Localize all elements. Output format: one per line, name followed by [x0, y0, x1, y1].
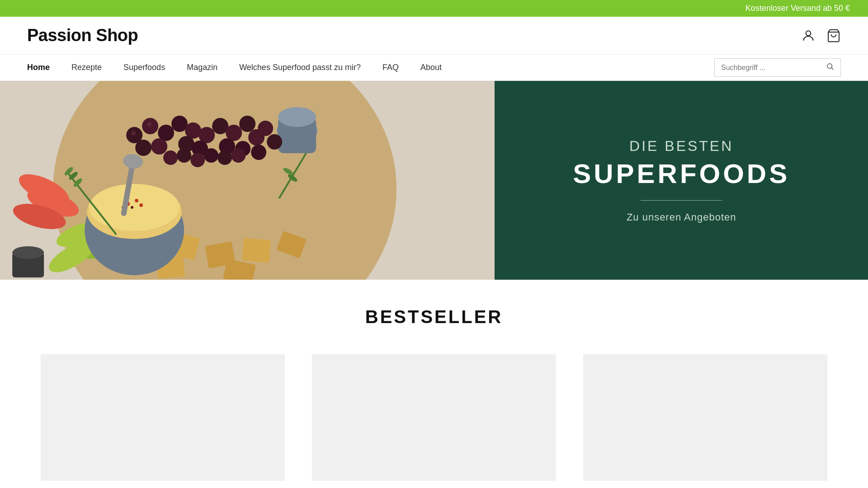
nav-item-rezepte[interactable]: Rezepte	[71, 63, 102, 72]
svg-point-0	[806, 31, 811, 36]
product-image	[583, 354, 827, 481]
nav-link-home[interactable]: Home	[27, 63, 50, 72]
product-card[interactable]: Juniperusfrucht	[583, 354, 827, 488]
header: Passion Shop	[0, 17, 868, 55]
svg-line-3	[831, 68, 833, 70]
svg-point-20	[89, 184, 179, 231]
product-image	[312, 354, 556, 481]
navigation: Home Rezepte Superfoods Magazin Welches …	[0, 55, 868, 81]
bestseller-title: BESTSELLER	[27, 307, 841, 327]
svg-point-35	[135, 140, 151, 156]
search-box[interactable]	[714, 58, 841, 77]
product-image	[41, 354, 285, 481]
search-input[interactable]	[721, 64, 826, 72]
search-button[interactable]	[826, 62, 834, 73]
product-card[interactable]: Silybum	[41, 354, 285, 488]
nav-link-magazin[interactable]: Magazin	[187, 63, 217, 72]
bestseller-grid: Silybum Humulus Juniperusfrucht	[27, 354, 841, 488]
hero-subtitle: DIE BESTEN	[629, 138, 733, 155]
hero-illustration	[0, 81, 495, 280]
nav-item-faq[interactable]: FAQ	[382, 63, 399, 72]
nav-item-magazin[interactable]: Magazin	[187, 63, 217, 72]
svg-point-57	[147, 122, 151, 127]
hero-cta-link[interactable]: Zu unseren Angeboten	[627, 211, 736, 223]
svg-point-48	[267, 134, 282, 150]
svg-point-51	[177, 148, 191, 163]
announcement-text: Kostenloser Versand ab 50 €	[745, 4, 850, 13]
nav-item-superfoods[interactable]: Superfoods	[123, 63, 165, 72]
hero-title: SUPERFOODS	[573, 158, 790, 189]
nav-item-home[interactable]: Home	[27, 63, 50, 72]
nav-link-superfoods[interactable]: Superfoods	[123, 63, 165, 72]
announcement-bar: Kostenloser Versand ab 50 €	[0, 0, 868, 17]
svg-point-53	[204, 148, 218, 163]
hero-text-panel: DIE BESTEN SUPERFOODS Zu unseren Angebot…	[495, 81, 868, 280]
nav-links: Home Rezepte Superfoods Magazin Welches …	[27, 55, 442, 80]
svg-point-66	[12, 246, 44, 259]
nav-link-quiz[interactable]: Welches Superfood passt zu mir?	[239, 63, 361, 72]
site-logo[interactable]: Passion Shop	[27, 26, 138, 45]
header-icons	[801, 28, 841, 43]
svg-point-2	[827, 64, 832, 69]
nav-link-rezepte[interactable]: Rezepte	[71, 63, 102, 72]
hero-section: DIE BESTEN SUPERFOODS Zu unseren Angebot…	[0, 81, 868, 280]
svg-point-54	[217, 150, 232, 165]
search-icon	[826, 62, 834, 70]
nav-link-about[interactable]: About	[420, 63, 442, 72]
svg-point-34	[151, 138, 167, 155]
svg-point-47	[258, 121, 273, 136]
svg-point-49	[251, 145, 266, 160]
svg-point-50	[163, 150, 178, 165]
hero-image	[0, 81, 495, 280]
nav-link-faq[interactable]: FAQ	[382, 63, 399, 72]
svg-point-24	[139, 203, 143, 207]
cart-icon[interactable]	[826, 28, 841, 43]
bestseller-section: BESTSELLER Silybum Humulus Juniperusfruc…	[0, 280, 868, 488]
svg-point-30	[278, 107, 316, 127]
hero-divider	[641, 200, 722, 201]
svg-rect-14	[242, 238, 271, 263]
nav-item-quiz[interactable]: Welches Superfood passt zu mir?	[239, 63, 361, 72]
svg-point-55	[231, 148, 245, 163]
svg-point-52	[190, 153, 205, 167]
nav-item-about[interactable]: About	[420, 63, 442, 72]
account-icon[interactable]	[801, 28, 816, 43]
svg-point-56	[131, 131, 136, 136]
svg-point-23	[131, 206, 133, 209]
product-card[interactable]: Humulus	[312, 354, 556, 488]
svg-point-22	[135, 199, 138, 202]
svg-point-44	[239, 116, 255, 132]
